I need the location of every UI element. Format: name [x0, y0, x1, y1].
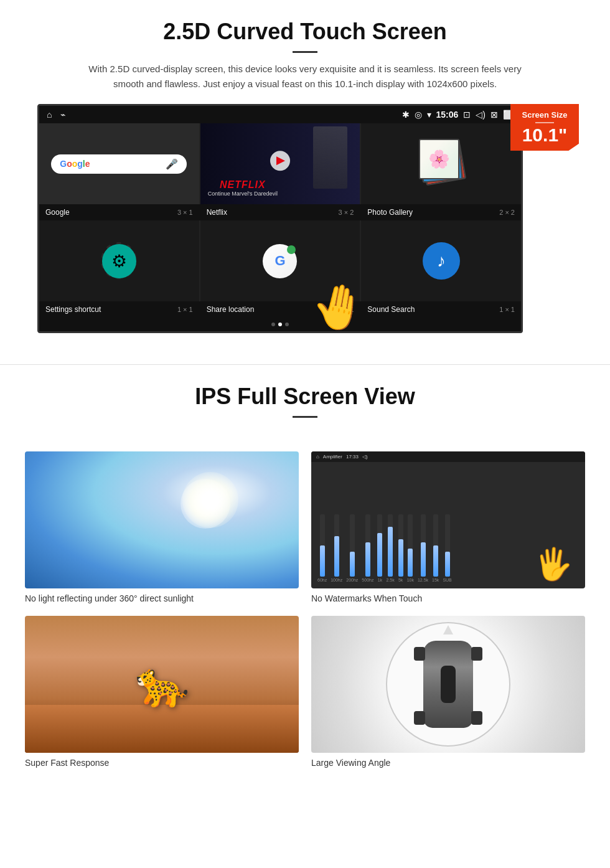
dot-2[interactable]	[278, 323, 282, 326]
app-grid-row2: ⚙ ⚙ G 🤚	[39, 220, 521, 301]
hand-touch-icon: 🖐	[534, 546, 573, 582]
curved-title: 2.5D Curved Touch Screen	[37, 19, 573, 45]
sunlight-visual	[25, 451, 299, 588]
settings-label-size: 1 × 1	[177, 306, 193, 313]
eq-track-10k[interactable]	[408, 514, 413, 577]
eq-track-1k[interactable]	[377, 514, 382, 577]
car-wheel-rear-left	[414, 711, 425, 725]
cheetah-image: 🐆	[25, 616, 299, 753]
sound-search-app-cell[interactable]: ♪	[361, 220, 521, 301]
car-arrow	[443, 625, 453, 634]
eq-fill-10k	[408, 549, 413, 577]
netflix-play-button[interactable]	[270, 151, 290, 171]
sound-label-size: 1 × 1	[499, 306, 515, 313]
title-divider	[293, 51, 317, 53]
pointing-hand: 🤚	[308, 277, 370, 333]
eq-fill-500hz	[365, 542, 370, 577]
eq-bar-60hz: 60hz	[317, 514, 327, 582]
camera-icon[interactable]: ⊡	[463, 110, 471, 120]
eq-label-10k: 10k	[407, 578, 414, 582]
car-body	[423, 641, 473, 728]
eq-bar-1k: 1k	[377, 514, 382, 582]
google-logo: Google	[60, 159, 90, 169]
google-mic-icon[interactable]: 🎤	[166, 158, 178, 170]
eq-label-100hz: 100hz	[331, 578, 342, 582]
feature-amplifier: ⌂ Amplifier 17:33 ◁) 60hz	[311, 451, 585, 603]
eq-label-5k: 5k	[398, 578, 403, 582]
amp-vol-icon: ◁)	[362, 454, 368, 460]
gallery-label-name: Photo Gallery	[367, 208, 413, 217]
amp-home-icon: ⌂	[316, 454, 319, 460]
badge-size: 10.1"	[515, 126, 574, 144]
amp-time: 17:33	[346, 454, 359, 460]
settings-label: Settings shortcut 1 × 1	[39, 301, 199, 318]
eq-label-12-5k: 12.5k	[418, 578, 428, 582]
home-icon[interactable]: ⌂	[47, 110, 52, 120]
gallery-app-cell[interactable]: 🌸	[361, 123, 521, 204]
dots-navigation	[39, 318, 521, 331]
badge-line	[535, 122, 554, 123]
eq-track-15k[interactable]	[433, 514, 438, 577]
ground	[25, 705, 299, 753]
car-image	[311, 616, 585, 753]
car-roof	[441, 666, 456, 703]
gallery-app-inner: 🌸	[361, 123, 521, 204]
netflix-label-name: Netflix	[207, 208, 227, 217]
status-bar-right: ✱ ◎ ▾ 15:06 ⊡ ◁) ⊠ ⬜	[402, 110, 514, 120]
settings-label-name: Settings shortcut	[45, 305, 101, 314]
google-label-size: 3 × 1	[177, 209, 193, 216]
eq-track-60hz[interactable]	[320, 514, 325, 577]
location-icon: ◎	[415, 110, 422, 120]
feature-sunlight: No light reflecting under 360° direct su…	[25, 451, 299, 603]
netflix-app-cell[interactable]: NETFLIX Continue Marvel's Daredevil	[200, 123, 360, 204]
dot-3[interactable]	[285, 323, 289, 326]
eq-label-2-5k: 2.5k	[386, 578, 394, 582]
eq-track-100hz[interactable]	[334, 514, 339, 577]
google-label-name: Google	[45, 208, 70, 217]
google-search-bar[interactable]: Google 🎤	[51, 154, 187, 174]
section-ips: IPS Full Screen View	[0, 365, 610, 439]
eq-track-500hz[interactable]	[365, 514, 370, 577]
photo-card-3: 🌸	[419, 139, 459, 179]
car-wheel-rear-right	[471, 711, 482, 725]
share-location-icon: G	[263, 244, 297, 278]
eq-fill-sub	[445, 552, 450, 577]
eq-bar-5k: 5k	[398, 514, 403, 582]
settings-app-cell[interactable]: ⚙ ⚙	[39, 220, 199, 301]
netflix-subtitle: Continue Marvel's Daredevil	[208, 191, 278, 197]
settings-app-inner: ⚙ ⚙	[39, 220, 199, 301]
eq-track-2-5k[interactable]	[388, 514, 393, 577]
eq-bar-500hz: 500hz	[362, 514, 373, 582]
app-labels-row1: Google 3 × 1 Netflix 3 × 2 Photo Gallery…	[39, 204, 521, 220]
netflix-logo: NETFLIX	[208, 179, 278, 191]
usb-icon: ⌁	[60, 110, 65, 120]
eq-fill-100hz	[334, 536, 339, 577]
eq-label-sub: SUB	[443, 578, 451, 582]
google-app-inner: Google 🎤	[39, 123, 199, 204]
sun	[182, 472, 238, 528]
share-location-app-cell[interactable]: G 🤚	[200, 220, 360, 301]
app-grid-row1: Google 🎤	[39, 123, 521, 204]
sound-label-name: Sound Search	[367, 305, 415, 314]
car-caption: Large Viewing Angle	[311, 758, 585, 768]
dot-1[interactable]	[271, 323, 275, 326]
close-icon[interactable]: ⊠	[490, 110, 498, 120]
gallery-label-size: 2 × 2	[499, 209, 515, 216]
eq-track-200hz[interactable]	[350, 514, 355, 577]
eq-bars: 60hz 100hz 200hz	[311, 451, 458, 588]
sunlight-image	[25, 451, 299, 588]
eq-track-sub[interactable]	[445, 514, 450, 577]
eq-bar-15k: 15k	[432, 514, 439, 582]
eq-track-12-5k[interactable]	[421, 514, 426, 577]
netflix-label: Netflix 3 × 2	[200, 204, 360, 220]
eq-label-1k: 1k	[378, 578, 382, 582]
amplifier-caption: No Watermarks When Touch	[311, 593, 585, 603]
eq-label-500hz: 500hz	[362, 578, 373, 582]
eq-bar-12-5k: 12.5k	[418, 514, 428, 582]
amp-header: ⌂ Amplifier 17:33 ◁)	[311, 451, 585, 462]
volume-icon[interactable]: ◁)	[476, 110, 486, 120]
eq-track-5k[interactable]	[398, 514, 403, 577]
status-bar: ⌂ ⌁ ✱ ◎ ▾ 15:06 ⊡ ◁) ⊠ ⬜	[39, 106, 521, 123]
sound-search-icon: ♪	[423, 242, 460, 280]
google-app-cell[interactable]: Google 🎤	[39, 123, 199, 204]
